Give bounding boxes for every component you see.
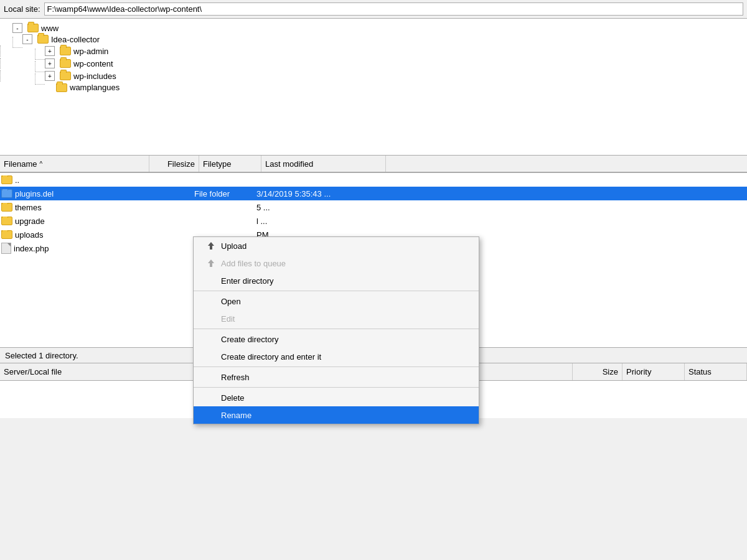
local-site-label: Local site:: [4, 4, 40, 14]
ctx-separator-2: [194, 329, 479, 329]
ctx-rename[interactable]: Rename: [194, 406, 479, 424]
file-name-index-php: index.php: [1, 243, 144, 254]
php-file-icon: [1, 243, 11, 254]
context-menu: Upload Add files to queue Enter director…: [193, 236, 479, 424]
queue-col-size: Size: [573, 363, 622, 380]
tree-toggle-www[interactable]: -: [12, 23, 22, 33]
file-name-uploads: uploads: [1, 230, 144, 240]
ctx-open[interactable]: Open: [194, 292, 479, 310]
delete-icon: [206, 393, 216, 403]
upload-icon: [206, 241, 216, 251]
enter-dir-icon: [206, 276, 216, 286]
col-header-filetype[interactable]: Filetype: [199, 156, 261, 172]
tree-item-wamplangues[interactable]: wamplangues: [0, 82, 747, 93]
folder-icon-wp-content: [60, 59, 71, 68]
tree-toggle-wp-admin[interactable]: +: [45, 46, 55, 56]
file-row-plugins-del[interactable]: plugins.del File folder 3/14/2019 5:35:4…: [0, 187, 747, 200]
queue-col-status: Status: [685, 363, 747, 380]
file-row-upgrade[interactable]: upgrade l ...: [0, 214, 747, 228]
ctx-upload[interactable]: Upload: [194, 237, 479, 254]
create-dir-enter-icon: [206, 352, 216, 362]
col-header-filename[interactable]: Filename ^: [0, 156, 149, 172]
folder-icon-parent: [1, 175, 12, 184]
file-name-plugins-del: plugins.del: [1, 189, 144, 198]
ctx-separator-1: [194, 291, 479, 291]
edit-icon: [206, 314, 216, 324]
tree-label-wp-includes: wp-includes: [73, 72, 116, 81]
file-name-upgrade: upgrade: [1, 217, 144, 226]
sort-arrow-filename: ^: [39, 161, 42, 167]
tree-toggle-wp-content[interactable]: +: [45, 58, 55, 68]
local-site-path-input[interactable]: [44, 2, 743, 16]
folder-icon-themes: [1, 203, 12, 212]
ctx-enter-directory[interactable]: Enter directory: [194, 272, 479, 289]
tree-item-wp-includes[interactable]: + wp-includes: [0, 70, 747, 82]
open-icon: [206, 296, 216, 306]
tree-label-wp-content: wp-content: [73, 59, 113, 68]
file-name-themes: themes: [1, 203, 144, 212]
file-date-themes: 5 ...: [256, 203, 381, 212]
file-list-header: Filename ^ Filesize Filetype Last modifi…: [0, 156, 747, 173]
queue-col-priority: Priority: [622, 363, 685, 380]
refresh-icon: [206, 372, 216, 382]
status-text: Selected 1 directory.: [5, 351, 78, 360]
tree-panel: - www - Idea-collector + wp-admin + wp-c…: [0, 19, 747, 156]
ctx-delete[interactable]: Delete: [194, 389, 479, 406]
tree-label-wp-admin: wp-admin: [73, 47, 108, 56]
col-header-lastmod[interactable]: Last modified: [261, 156, 386, 172]
ctx-separator-4: [194, 387, 479, 388]
ctx-create-dir[interactable]: Create directory: [194, 330, 479, 348]
folder-icon-wp-includes: [60, 72, 71, 80]
tree-toggle-idea-collector[interactable]: -: [22, 34, 32, 44]
ctx-refresh[interactable]: Refresh: [194, 368, 479, 386]
tree-item-wp-admin[interactable]: + wp-admin: [0, 45, 747, 57]
file-row-parent[interactable]: ..: [0, 173, 747, 187]
ctx-separator-3: [194, 366, 479, 367]
col-header-filesize[interactable]: Filesize: [149, 156, 199, 172]
file-date-plugins-del: 3/14/2019 5:35:43 ...: [256, 189, 381, 198]
file-name-parent: ..: [1, 175, 144, 185]
folder-icon-upgrade: [1, 217, 12, 225]
ctx-add-files: Add files to queue: [194, 254, 479, 272]
folder-icon-wp-admin: [60, 47, 71, 55]
folder-icon-wamplangues: [56, 83, 67, 92]
folder-icon-idea-collector: [37, 35, 49, 44]
tree-item-wp-content[interactable]: + wp-content: [0, 57, 747, 70]
local-site-bar: Local site:: [0, 0, 747, 19]
file-date-upgrade: l ...: [256, 217, 381, 226]
tree-item-idea-collector[interactable]: - Idea-collector: [0, 34, 747, 45]
add-files-icon: [206, 258, 216, 268]
tree-label-idea-collector: Idea-collector: [51, 35, 100, 44]
folder-icon-uploads: [1, 230, 12, 239]
tree-toggle-wp-includes[interactable]: +: [45, 71, 55, 81]
file-row-themes[interactable]: themes 5 ...: [0, 200, 747, 214]
folder-icon-plugins-del: [1, 189, 12, 198]
folder-icon-www: [27, 24, 39, 32]
tree-label-www: www: [41, 24, 59, 33]
svg-marker-0: [208, 242, 214, 250]
tree-label-wamplangues: wamplangues: [70, 83, 120, 92]
ctx-create-dir-enter[interactable]: Create directory and enter it: [194, 348, 479, 365]
rename-icon: [206, 410, 216, 420]
svg-marker-1: [208, 259, 214, 267]
tree-item-www[interactable]: - www: [0, 22, 747, 34]
file-type-plugins-del: File folder: [194, 189, 256, 198]
ctx-edit: Edit: [194, 310, 479, 327]
create-dir-icon: [206, 334, 216, 344]
